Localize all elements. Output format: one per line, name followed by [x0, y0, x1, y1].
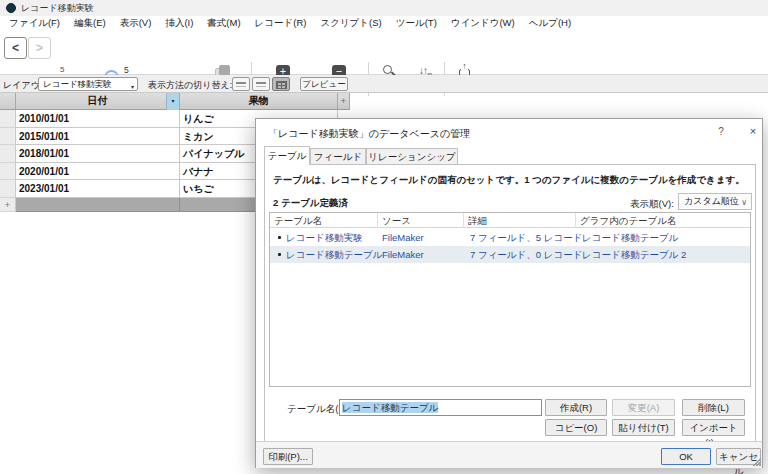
column-header-fruit[interactable]: 果物 — [180, 93, 338, 110]
table-view-icon — [276, 81, 287, 89]
table-name-input-value: レコード移動テーブル — [342, 402, 438, 413]
table-graph-name: レコード移動テーブル 2 — [582, 246, 686, 263]
table-bullet-icon — [278, 236, 281, 239]
cell-date[interactable]: 2015/01/01 — [16, 128, 180, 146]
cell-date[interactable]: 2023/01/01 — [16, 180, 180, 198]
row-marker[interactable] — [0, 128, 16, 146]
filemaker-app-icon — [6, 3, 16, 13]
record-slider-value: 5 — [60, 65, 64, 74]
record-count: 5 — [124, 65, 183, 76]
table-name[interactable]: レコード移動テーブル — [286, 246, 382, 263]
cell-date[interactable]: 2018/01/01 — [16, 145, 180, 163]
list-col-graph: グラフ内のテーブル名 — [576, 213, 750, 228]
table-view-button[interactable] — [272, 77, 290, 91]
chevron-down-icon: ▾ — [131, 81, 134, 93]
paste-button[interactable]: 貼り付け(T) — [612, 419, 675, 436]
cell-date[interactable]: 2020/01/01 — [16, 163, 180, 181]
tables-tab-panel: テーブルは、レコードとフィールドの固有のセットです。1 つのファイルに複数のテー… — [264, 164, 756, 441]
dialog-title: 「レコード移動実験」のデータベースの管理 — [268, 127, 470, 141]
menu-format[interactable]: 書式(M) — [200, 16, 247, 29]
column-header-date-label: 日付 — [88, 95, 108, 106]
menu-file[interactable]: ファイル(F) — [2, 16, 67, 29]
view-order-select[interactable]: カスタム順位 ∨ — [678, 193, 752, 210]
new-record-cell[interactable] — [16, 198, 180, 212]
row-marker[interactable] — [0, 110, 16, 128]
table-detail: 7 フィールド、0 レコード — [470, 246, 582, 263]
cell-date[interactable]: 2010/01/01 — [16, 110, 180, 128]
help-button[interactable]: ? — [714, 126, 728, 137]
list-view-button[interactable] — [252, 77, 270, 91]
previous-record-button[interactable]: < — [4, 37, 27, 59]
layout-bar: レイアウト: レコード移動実験 ▾ 表示方法の切り替え: プレビュー — [0, 75, 768, 93]
table-header-row: 日付 ▾ 果物 + — [0, 93, 350, 110]
menu-insert[interactable]: 挿入(I) — [158, 16, 200, 29]
tables-list: テーブル名 ソース 詳細 グラフ内のテーブル名 レコード移動実験 FileMak… — [269, 212, 751, 387]
table-name[interactable]: レコード移動実験 — [286, 229, 363, 246]
table-name-input[interactable]: レコード移動テーブル — [339, 399, 542, 416]
view-order-value: カスタム順位 — [684, 196, 739, 206]
table-source: FileMaker — [382, 229, 424, 246]
ok-button[interactable]: OK — [661, 448, 711, 465]
table-list-row[interactable]: レコード移動実験 FileMaker 7 フィールド、5 レコード レコード移動… — [270, 229, 750, 246]
form-view-button[interactable] — [232, 77, 250, 91]
menu-window[interactable]: ウインドウ(W) — [444, 16, 522, 29]
chevron-right-icon: > — [36, 41, 43, 55]
menu-bar: ファイル(F) 編集(E) 表示(V) 挿入(I) 書式(M) レコード(R) … — [0, 16, 768, 29]
menu-records[interactable]: レコード(R) — [248, 16, 314, 29]
window-title: レコード移動実験 — [21, 2, 94, 15]
close-icon[interactable]: × — [746, 125, 760, 137]
chevron-down-icon: ▾ — [171, 98, 174, 104]
row-marker[interactable] — [0, 145, 16, 163]
import-button[interactable]: インポート(I)... — [682, 419, 745, 436]
table-bullet-icon — [278, 253, 281, 256]
list-col-name: テーブル名 — [270, 213, 378, 228]
tab-relationships[interactable]: リレーションシップ — [366, 148, 458, 165]
dialog-footer: 印刷(P)... OK キャンセル — [256, 441, 762, 468]
list-view-icon — [256, 82, 266, 87]
column-header-fruit-label: 果物 — [249, 95, 269, 106]
list-col-detail: 詳細 — [464, 213, 576, 228]
menu-view[interactable]: 表示(V) — [113, 16, 159, 29]
delete-button[interactable]: 削除(L) — [682, 399, 745, 416]
chevron-down-icon: ∨ — [741, 195, 747, 210]
menu-scripts[interactable]: スクリプト(S) — [313, 16, 388, 29]
tables-list-header: テーブル名 ソース 詳細 グラフ内のテーブル名 — [270, 213, 750, 228]
next-record-button[interactable]: > — [28, 37, 51, 59]
row-marker-header — [0, 93, 16, 110]
dialog-description: テーブルは、レコードとフィールドの固有のセットです。1 つのファイルに複数のテー… — [273, 174, 745, 187]
add-column-button[interactable]: + — [338, 93, 350, 110]
print-button[interactable]: 印刷(P)... — [263, 448, 313, 465]
layout-select[interactable]: レコード移動実験 ▾ — [38, 77, 138, 91]
row-marker[interactable] — [0, 180, 16, 198]
row-marker[interactable] — [0, 163, 16, 181]
form-view-icon — [236, 82, 246, 87]
table-list-row-selected[interactable]: レコード移動テーブル FileMaker 7 フィールド、0 レコード レコード… — [270, 246, 750, 263]
menu-edit[interactable]: 編集(E) — [67, 16, 113, 29]
manage-database-dialog: 「レコード移動実験」のデータベースの管理 ? × テーブル フィールド リレーシ… — [255, 118, 763, 468]
list-col-source: ソース — [378, 213, 464, 228]
table-count-label: 2 テーブル定義済 — [273, 197, 348, 210]
add-record-marker[interactable]: + — [0, 198, 16, 212]
table-detail: 7 フィールド、5 レコード — [470, 229, 582, 246]
preview-button[interactable]: プレビュー — [300, 77, 348, 91]
tab-tables[interactable]: テーブル — [264, 146, 310, 165]
layout-select-value: レコード移動実験 — [43, 79, 112, 89]
view-switch-label: 表示方法の切り替え: — [148, 79, 232, 92]
tab-fields[interactable]: フィールド — [310, 148, 366, 165]
column-sort-button[interactable]: ▾ — [166, 93, 179, 110]
column-header-date[interactable]: 日付 ▾ — [16, 93, 180, 110]
copy-button[interactable]: コピー(O) — [545, 419, 607, 436]
table-source: FileMaker — [382, 246, 424, 263]
status-toolbar: < > 5 5 合計 (未ソート) レコード すべてを表示 + 新規レコード −… — [0, 29, 768, 75]
create-button[interactable]: 作成(R) — [545, 399, 607, 416]
resize-grip[interactable] — [752, 457, 761, 466]
app-window: レコード移動実験 ファイル(F) 編集(E) 表示(V) 挿入(I) 書式(M)… — [0, 0, 768, 474]
menu-tools[interactable]: ツール(T) — [389, 16, 444, 29]
table-graph-name: レコード移動テーブル — [582, 229, 678, 246]
chevron-left-icon: < — [12, 41, 19, 55]
view-order-label: 表示順(V): — [630, 198, 674, 211]
window-titlebar: レコード移動実験 — [0, 0, 768, 16]
change-button[interactable]: 変更(A) — [612, 399, 675, 416]
menu-help[interactable]: ヘルプ(H) — [522, 16, 578, 29]
